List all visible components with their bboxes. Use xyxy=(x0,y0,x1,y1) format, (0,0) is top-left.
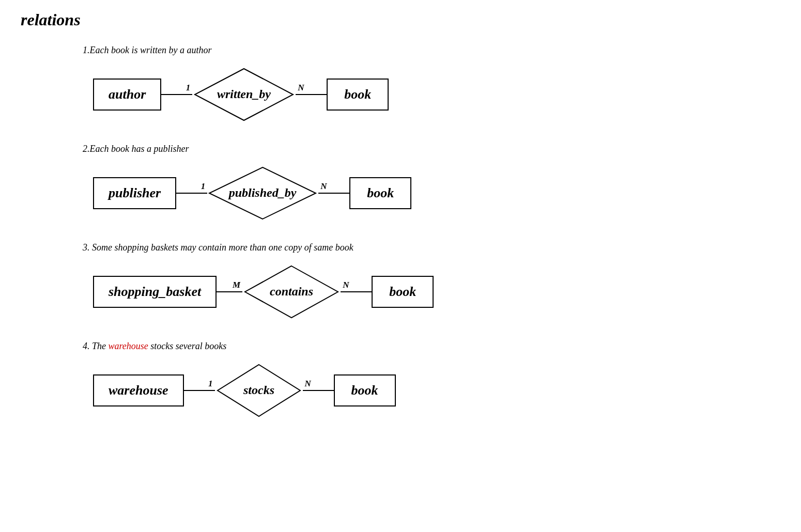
line-right-1 xyxy=(296,94,327,95)
er-diagram-3: shopping_basket M contains N book xyxy=(93,263,780,320)
relation-description-2: 2.Each book has a publisher xyxy=(83,144,780,154)
card-right-1: N xyxy=(298,83,304,93)
line-left-4 xyxy=(184,390,215,391)
svg-text:contains: contains xyxy=(270,285,313,298)
svg-text:published_by: published_by xyxy=(228,186,297,199)
relation-section-3: 3. Some shopping baskets may contain mor… xyxy=(21,242,780,320)
entity-publisher: publisher xyxy=(93,177,176,209)
right-connector-3: N xyxy=(341,291,372,292)
er-diagram-2: publisher 1 published_by N book xyxy=(93,165,780,222)
desc-highlight: warehouse xyxy=(109,341,148,351)
svg-text:stocks: stocks xyxy=(243,383,274,397)
entity-book-2: book xyxy=(349,177,411,209)
left-connector-4: 1 xyxy=(184,390,215,391)
card-left-4: 1 xyxy=(208,379,213,389)
diamond-1: written_by xyxy=(192,66,296,123)
relation-description-4: 4. The warehouse stocks several books xyxy=(83,341,780,352)
line-left-3 xyxy=(217,291,242,292)
right-connector-2: N xyxy=(318,193,349,194)
er-diagram-1: author 1 written_by N book xyxy=(93,66,780,123)
line-left-2 xyxy=(176,193,207,194)
right-connector-1: N xyxy=(296,94,327,95)
entity-shopping-basket: shopping_basket xyxy=(93,276,217,308)
card-right-2: N xyxy=(320,181,327,192)
entity-book-1: book xyxy=(327,79,389,111)
entity-book-3: book xyxy=(372,276,434,308)
entity-author: author xyxy=(93,79,161,111)
right-connector-4: N xyxy=(303,390,334,391)
diamond-2: published_by xyxy=(207,165,318,222)
relation-description-3: 3. Some shopping baskets may contain mor… xyxy=(83,242,780,253)
left-connector-2: 1 xyxy=(176,193,207,194)
page-title: relations xyxy=(21,10,780,29)
diamond-3: contains xyxy=(242,263,341,320)
entity-book-4: book xyxy=(334,374,396,406)
diamond-4: stocks xyxy=(215,362,303,419)
relation-description-1: 1.Each book is written by a author xyxy=(83,45,780,56)
left-connector-3: M xyxy=(217,291,242,292)
relation-section-2: 2.Each book has a publisher publisher 1 … xyxy=(21,144,780,222)
entity-warehouse: warehouse xyxy=(93,374,184,406)
line-right-2 xyxy=(318,193,349,194)
svg-text:written_by: written_by xyxy=(217,87,271,101)
er-diagram-4: warehouse 1 stocks N book xyxy=(93,362,780,419)
card-left-1: 1 xyxy=(186,83,191,93)
card-left-2: 1 xyxy=(201,181,206,192)
line-right-3 xyxy=(341,291,372,292)
relation-section-1: 1.Each book is written by a author autho… xyxy=(21,45,780,123)
card-left-3: M xyxy=(233,280,240,290)
relation-section-4: 4. The warehouse stocks several books wa… xyxy=(21,341,780,419)
card-right-3: N xyxy=(343,280,349,290)
card-right-4: N xyxy=(305,379,311,389)
line-left-1 xyxy=(161,94,192,95)
line-right-4 xyxy=(303,390,334,391)
desc-part2: stocks several books xyxy=(148,341,226,351)
left-connector-1: 1 xyxy=(161,94,192,95)
desc-part1: 4. The xyxy=(83,341,109,351)
